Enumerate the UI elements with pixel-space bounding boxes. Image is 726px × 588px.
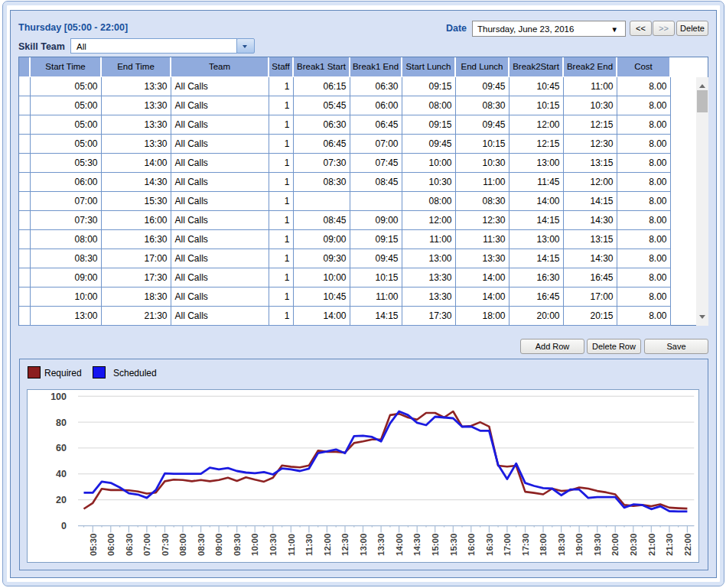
svg-text:19:30: 19:30 [593,534,602,556]
svg-text:80: 80 [56,417,67,428]
svg-text:16:00: 16:00 [467,534,476,556]
svg-text:08:30: 08:30 [197,534,206,556]
svg-text:20:30: 20:30 [629,534,638,556]
svg-text:18:30: 18:30 [557,534,566,556]
svg-text:15:00: 15:00 [431,534,440,556]
svg-text:13:30: 13:30 [376,534,386,556]
svg-text:40: 40 [56,469,67,479]
svg-text:07:30: 07:30 [161,534,170,556]
svg-text:12:00: 12:00 [323,534,332,556]
svg-text:09:30: 09:30 [233,534,242,556]
svg-text:19:00: 19:00 [575,534,584,556]
svg-text:22:00: 22:00 [683,534,692,556]
svg-text:16:30: 16:30 [485,534,494,556]
svg-text:13:00: 13:00 [359,534,368,556]
svg-text:08:00: 08:00 [178,534,187,556]
svg-text:15:30: 15:30 [449,534,458,556]
svg-text:10:30: 10:30 [269,534,278,556]
svg-text:14:30: 14:30 [412,534,422,556]
svg-text:18:00: 18:00 [539,534,548,556]
svg-text:21:00: 21:00 [647,534,656,556]
svg-text:60: 60 [56,443,67,453]
svg-text:17:30: 17:30 [521,534,530,556]
svg-text:17:00: 17:00 [503,534,512,556]
svg-text:07:00: 07:00 [142,534,151,556]
svg-text:10:00: 10:00 [250,534,259,556]
svg-text:20: 20 [56,495,67,505]
svg-text:09:00: 09:00 [214,534,223,556]
svg-text:21:30: 21:30 [665,534,674,556]
svg-text:06:30: 06:30 [125,534,134,556]
svg-text:20:00: 20:00 [610,534,620,556]
svg-text:12:30: 12:30 [340,534,350,556]
svg-text:11:30: 11:30 [304,534,314,556]
svg-text:05:30: 05:30 [89,534,98,556]
svg-text:0: 0 [61,521,67,531]
svg-text:06:00: 06:00 [106,534,116,556]
svg-text:100: 100 [50,391,67,402]
svg-text:11:00: 11:00 [287,534,296,556]
svg-text:14:00: 14:00 [395,534,404,556]
